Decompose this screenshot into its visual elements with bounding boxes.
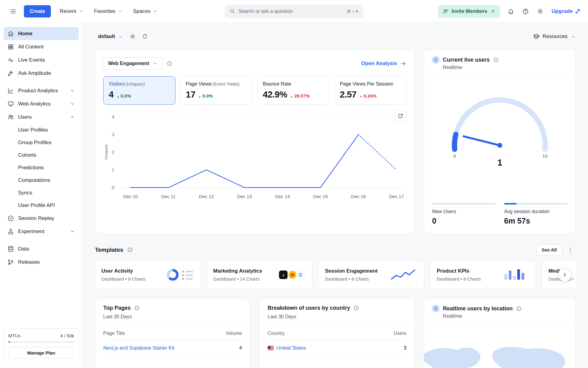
sidebar-item-session-replay[interactable]: Session Replay bbox=[4, 212, 79, 225]
svg-text:3: 3 bbox=[112, 132, 114, 137]
template-card-user-activity[interactable]: User Activity Dashboard • 9 Charts bbox=[95, 260, 201, 289]
sidebar-item-user-profiles[interactable]: User Profiles bbox=[4, 124, 79, 136]
upgrade-link[interactable]: Upgrade bbox=[552, 8, 581, 14]
metric-tile-page-views[interactable]: Page Views(Event Totals) 17▲0.0% bbox=[180, 76, 253, 105]
info-icon[interactable] bbox=[353, 305, 359, 311]
template-card-text: Marketing Analytics Dashboard • 14 Chart… bbox=[213, 268, 262, 282]
help-button[interactable] bbox=[519, 5, 532, 18]
info-icon[interactable] bbox=[134, 305, 140, 311]
sidebar-item-label: Web Analytics bbox=[18, 101, 51, 107]
metric-tile-page-views-per-session[interactable]: Page Views Per Session 2.57▼9.24% bbox=[334, 76, 407, 105]
template-card-text: Product KPIs Dashboard • 8 Charts bbox=[437, 268, 481, 282]
topbar: Create Recent Favorites Spaces ⌘ + K Inv… bbox=[0, 0, 588, 23]
gauge-canvas: 010 bbox=[432, 86, 567, 164]
sidebar-item-home[interactable]: Home bbox=[4, 27, 79, 40]
svg-text:0: 0 bbox=[112, 185, 114, 190]
users-by-country-card: Breakdown of users by country Last 30 Da… bbox=[259, 298, 415, 368]
web-engagement-selector[interactable]: Web Engagement bbox=[103, 57, 163, 70]
sidebar-item-releases[interactable]: Releases bbox=[4, 255, 79, 269]
line-chart-canvas: 01234UniquesDec 10Dec 11Dec 12Dec 13Dec … bbox=[103, 111, 406, 204]
board-settings-button[interactable] bbox=[127, 31, 138, 42]
visitors-line-chart: 01234UniquesDec 10Dec 11Dec 12Dec 13Dec … bbox=[103, 111, 406, 204]
template-meta: Dashboard • 8 Charts bbox=[437, 276, 481, 282]
sidebar-item-predictions[interactable]: Predictions bbox=[4, 161, 79, 174]
card-subtitle: Realtime bbox=[443, 65, 567, 70]
chevron-down-icon bbox=[153, 61, 158, 66]
flask-icon bbox=[7, 228, 14, 235]
recent-menu[interactable]: Recent bbox=[56, 5, 88, 17]
info-icon[interactable] bbox=[167, 61, 172, 67]
search-input[interactable] bbox=[239, 9, 343, 14]
create-button[interactable]: Create bbox=[24, 5, 51, 17]
sidebar-item-all-content[interactable]: All Content bbox=[4, 40, 79, 53]
sidebar-item-data[interactable]: Data bbox=[4, 242, 79, 255]
sidebar-item-live-events[interactable]: Live Events bbox=[4, 53, 79, 67]
sidebar-item-experiment[interactable]: Experiment bbox=[4, 225, 79, 238]
favorites-menu[interactable]: Favorites bbox=[90, 5, 127, 17]
expand-chart-button[interactable] bbox=[395, 110, 406, 122]
manage-plan-button[interactable]: Manage Plan bbox=[8, 347, 74, 358]
chevron-right-icon bbox=[561, 271, 568, 278]
sidebar-item-label: All Content bbox=[18, 44, 43, 50]
refresh-button[interactable] bbox=[139, 31, 151, 42]
sidebar-item-user-profile-api[interactable]: User Profile API bbox=[4, 199, 79, 212]
country-link[interactable]: United States bbox=[277, 345, 306, 351]
notifications-button[interactable] bbox=[504, 5, 517, 18]
sidebar-item-ask-amplitude[interactable]: Ask Amplitude bbox=[4, 67, 79, 80]
template-card-text: Session Engagement Dashboard • 6 Charts bbox=[325, 268, 378, 282]
search-bar[interactable]: ⌘ + K bbox=[225, 5, 363, 18]
country-table: Country Users United States 3 bbox=[260, 325, 414, 356]
template-card-session-engagement[interactable]: Session Engagement Dashboard • 6 Charts bbox=[318, 260, 424, 289]
settings-button[interactable] bbox=[534, 5, 547, 18]
template-meta: Dashboard • 6 Charts bbox=[325, 276, 378, 282]
search-shortcut: ⌘ + K bbox=[347, 9, 359, 14]
recent-label: Recent bbox=[60, 8, 76, 14]
dismiss-invite-icon[interactable] bbox=[490, 9, 496, 14]
metric-tile-bounce-rate[interactable]: Bounce Rate 42.9%▲28.57% bbox=[257, 76, 330, 105]
template-meta: Dashboard • 9 Charts bbox=[101, 276, 145, 282]
ai-sparkle-icon bbox=[575, 8, 581, 14]
svg-text:G: G bbox=[298, 272, 302, 278]
resources-menu[interactable]: Resources bbox=[533, 33, 576, 40]
template-title: Marketing Analytics bbox=[213, 268, 262, 274]
sidebar-item-cohorts[interactable]: Cohorts bbox=[4, 149, 79, 161]
sidebar-item-group-profiles[interactable]: Group Profiles bbox=[4, 136, 79, 149]
sidebar-item-users[interactable]: Users bbox=[4, 110, 79, 124]
metric-tile-visitors[interactable]: Visitors(Uniques) 4▲0.0% bbox=[103, 76, 175, 105]
sidebar-item-computations[interactable]: Computations bbox=[4, 174, 79, 186]
metric-value: 17 bbox=[186, 90, 195, 100]
svg-text:0: 0 bbox=[453, 153, 456, 159]
sidebar-item-label: Product Analytics bbox=[18, 88, 58, 94]
open-analysis-link[interactable]: Open Analysis bbox=[361, 60, 406, 67]
sidebar-item-label: Home bbox=[18, 31, 32, 37]
sidebar-item-label: Experiment bbox=[18, 228, 44, 235]
stat-label: New Users bbox=[432, 209, 496, 214]
metric-delta: ▲0.0% bbox=[117, 93, 131, 98]
sidebar-item-web-analytics[interactable]: Web Analytics bbox=[4, 97, 79, 110]
resources-label: Resources bbox=[543, 33, 567, 40]
see-all-button[interactable]: See All bbox=[536, 244, 562, 255]
info-icon[interactable] bbox=[516, 306, 522, 312]
stat-avg-session-duration: Avg session duration 6m 57s bbox=[504, 203, 567, 225]
stat-bar bbox=[432, 203, 496, 205]
hamburger-menu-button[interactable] bbox=[7, 5, 20, 18]
template-card-product-kpis[interactable]: Product KPIs Dashboard • 8 Charts bbox=[430, 260, 536, 289]
info-icon[interactable] bbox=[493, 57, 499, 63]
spaces-menu[interactable]: Spaces bbox=[129, 5, 162, 17]
page-title-link[interactable]: Next.js and Supabase Starter Kit bbox=[103, 345, 174, 351]
play-circle-icon bbox=[7, 215, 14, 222]
sparkline-icon bbox=[388, 266, 418, 283]
workspace-selector[interactable]: default bbox=[95, 31, 126, 42]
chevron-down-icon bbox=[118, 34, 123, 39]
sidebar-item-product-analytics[interactable]: Product Analytics bbox=[4, 84, 79, 97]
templates-more-button[interactable] bbox=[565, 244, 576, 255]
invite-members-label: Invite Members bbox=[452, 9, 487, 14]
us-flag-icon bbox=[268, 346, 274, 350]
sidebar-item-syncs[interactable]: Syncs bbox=[4, 186, 79, 199]
live-indicator-icon bbox=[432, 305, 439, 312]
invite-members-button[interactable]: Invite Members bbox=[438, 5, 500, 18]
info-icon[interactable] bbox=[127, 247, 133, 253]
sidebar-item-label: Live Events bbox=[18, 57, 45, 63]
template-card-marketing-analytics[interactable]: Marketing Analytics Dashboard • 14 Chart… bbox=[207, 260, 312, 289]
templates-next-button[interactable] bbox=[558, 268, 571, 282]
